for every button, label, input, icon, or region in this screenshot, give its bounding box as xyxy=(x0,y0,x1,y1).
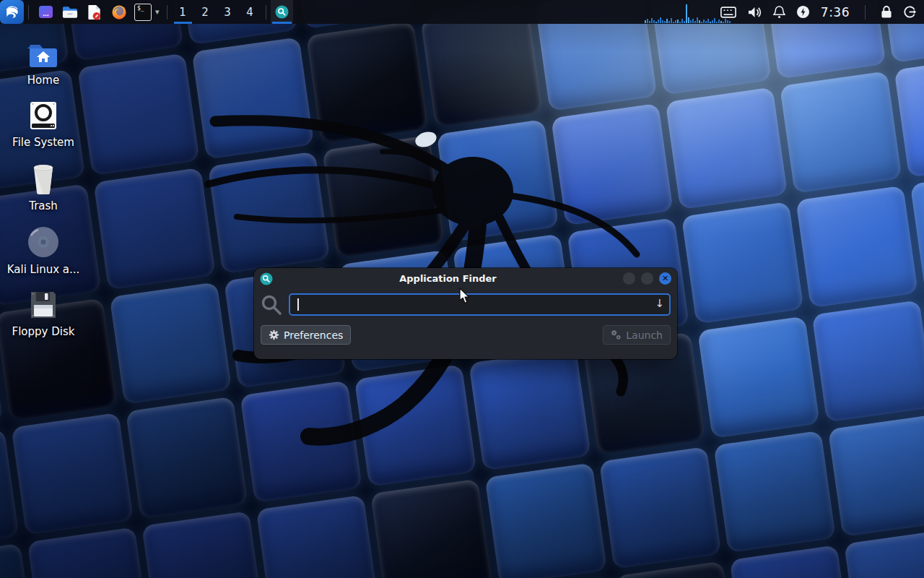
power-manager-icon[interactable] xyxy=(796,5,810,19)
window-titlebar[interactable]: Application Finder ✕ xyxy=(254,268,677,289)
lock-icon[interactable] xyxy=(881,5,892,19)
application-finder-window: Application Finder ✕ ↓ xyxy=(254,268,677,359)
system-tray: 7:36 xyxy=(720,5,917,20)
clock[interactable]: 7:36 xyxy=(821,5,850,20)
text-editor-launcher[interactable] xyxy=(82,0,107,24)
show-desktop-button[interactable] xyxy=(33,0,58,24)
panel-separator xyxy=(167,5,167,20)
kali-desktop: { "panel": { "workspaces": [ {"label": "… xyxy=(0,0,924,578)
file-manager-icon xyxy=(62,5,78,20)
floppy-disk-icon xyxy=(27,289,59,321)
panel-separator xyxy=(28,5,29,20)
search-icon xyxy=(261,294,282,316)
desktop-icon-label: File System xyxy=(12,136,74,149)
chevron-down-icon[interactable]: ▾ xyxy=(155,7,160,17)
workspace-1-button[interactable]: 1 xyxy=(172,0,194,24)
network-monitor-graph[interactable] xyxy=(645,1,737,23)
maximize-button[interactable] xyxy=(641,272,653,285)
desktop-icon-trash[interactable]: Trash xyxy=(9,162,78,212)
minimize-button[interactable] xyxy=(623,272,635,285)
file-manager-launcher[interactable] xyxy=(58,0,82,24)
desktop-icon-list: Home File System Trash xyxy=(9,40,78,338)
desktop-icon-label: Kali Linux a... xyxy=(7,263,80,276)
hard-drive-icon xyxy=(27,100,59,131)
apps-icon xyxy=(38,4,53,20)
cdrom-disc-icon xyxy=(27,225,60,259)
firefox-launcher[interactable] xyxy=(107,0,131,24)
text-caret xyxy=(297,298,299,311)
terminal-icon: $_ xyxy=(134,4,152,21)
top-panel: $_ ▾ 1 2 3 4 xyxy=(0,0,924,24)
mouse-cursor xyxy=(459,288,471,305)
terminal-launcher[interactable]: $_ ▾ xyxy=(131,0,162,24)
desktop-icon-home[interactable]: Home xyxy=(9,40,78,87)
desktop-icon-label: Trash xyxy=(29,199,58,212)
taskbar-application-finder[interactable] xyxy=(271,0,293,24)
window-title: Application Finder xyxy=(273,273,623,284)
workspace-3-button[interactable]: 3 xyxy=(217,0,239,24)
close-icon: ✕ xyxy=(662,274,668,283)
trash-icon xyxy=(27,162,59,195)
launch-label: Launch xyxy=(626,329,663,341)
applications-menu-button[interactable] xyxy=(0,0,24,24)
workspace-4-button[interactable]: 4 xyxy=(239,0,261,24)
firefox-icon xyxy=(111,4,127,20)
desktop-icon-label: Floppy Disk xyxy=(12,325,75,338)
preferences-label: Preferences xyxy=(284,329,343,341)
volume-icon[interactable] xyxy=(747,6,762,19)
window-app-icon xyxy=(260,272,273,285)
logout-icon[interactable] xyxy=(903,5,917,19)
home-folder-icon xyxy=(27,40,60,69)
panel-separator xyxy=(865,5,866,20)
gear-icon xyxy=(269,329,279,340)
launch-button[interactable]: Launch xyxy=(603,325,671,345)
finder-app-icon xyxy=(275,5,289,19)
notifications-bell-icon[interactable] xyxy=(773,5,785,19)
search-input[interactable] xyxy=(289,293,671,316)
text-editor-icon xyxy=(87,4,102,20)
desktop-icon-file-system[interactable]: File System xyxy=(9,100,78,149)
kali-logo-icon xyxy=(4,4,20,20)
desktop-icon-floppy-disk[interactable]: Floppy Disk xyxy=(9,289,78,338)
close-button[interactable]: ✕ xyxy=(659,272,671,285)
preferences-button[interactable]: Preferences xyxy=(261,325,351,345)
launch-gears-icon xyxy=(611,329,622,340)
desktop-icon-kali-cdrom[interactable]: Kali Linux a... xyxy=(9,225,78,276)
dropdown-arrow-icon[interactable]: ↓ xyxy=(655,297,664,310)
workspace-2-button[interactable]: 2 xyxy=(194,0,217,24)
desktop-icon-label: Home xyxy=(27,74,59,87)
panel-separator xyxy=(266,5,266,20)
